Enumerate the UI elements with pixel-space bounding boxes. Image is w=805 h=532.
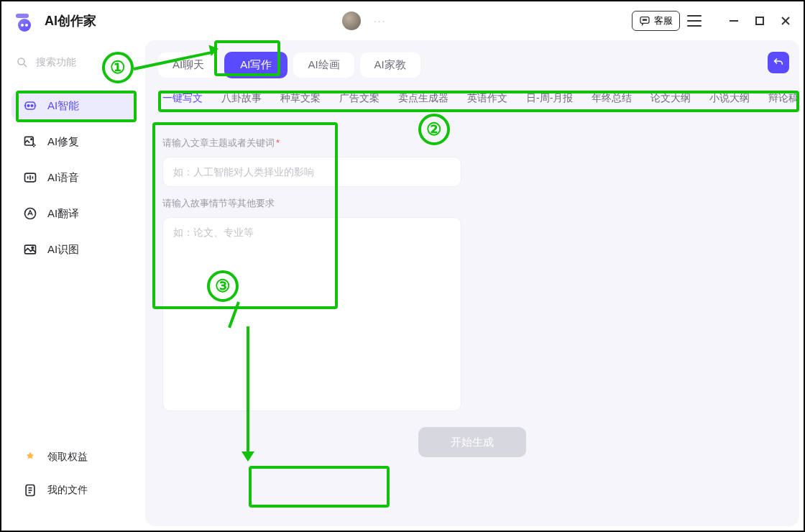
tab-label: AI聊天 (172, 58, 204, 70)
tab-ai-chat[interactable]: AI聊天 (158, 52, 218, 78)
robot-icon (23, 98, 37, 113)
sidebar-item-label: AI智能 (47, 99, 79, 113)
translate-icon (23, 206, 37, 221)
subtabs: 一键写文 八卦故事 种草文案 广告文案 卖点生成器 英语作文 日-周-月报 年终… (145, 82, 799, 112)
svg-line-13 (24, 64, 27, 67)
svg-point-12 (18, 58, 24, 65)
main-panel: AI聊天 AI写作 AI绘画 AI家教 一键写文 八卦故事 种草文案 广告文案 … (145, 40, 799, 526)
sidebar-item-ai-repair[interactable]: AI修复 (12, 127, 135, 157)
subtab-ads[interactable]: 广告文案 (339, 92, 380, 112)
subtab-seeding[interactable]: 种草文案 (280, 92, 321, 112)
image-icon (23, 242, 37, 257)
customer-service-label: 客服 (654, 14, 673, 27)
header-more-icon[interactable]: ··· (374, 15, 387, 27)
subtab-debate[interactable]: 辩论稿 (768, 92, 799, 112)
sidebar-item-ai-imagerec[interactable]: AI识图 (12, 234, 135, 265)
svg-point-18 (31, 139, 32, 140)
undo-button[interactable] (768, 52, 789, 73)
app-logo (14, 9, 37, 32)
form-area: 请输入文章主题或者关键词* 请输入故事情节等其他要求 开始生成 (145, 112, 799, 457)
sidebar-myfiles-label: 我的文件 (47, 484, 88, 497)
search-placeholder: 搜索功能 (36, 56, 76, 69)
undo-icon (773, 57, 784, 68)
titlebar: AI创作家 ··· 客服 (1, 1, 804, 40)
svg-point-16 (31, 105, 33, 107)
medal-icon (23, 450, 37, 464)
svg-point-7 (645, 19, 646, 20)
sidebar-myfiles[interactable]: 我的文件 (12, 479, 135, 502)
generate-button-label: 开始生成 (451, 436, 494, 448)
window-maximize-button[interactable] (755, 16, 765, 26)
requirements-textarea[interactable] (162, 217, 461, 411)
svg-point-1 (18, 19, 31, 32)
sidebar-benefits-label: 领取权益 (47, 451, 88, 464)
svg-point-5 (643, 19, 643, 20)
topic-label: 请输入文章主题或者关键词* (162, 137, 782, 150)
sidebar-item-ai-translate[interactable]: AI翻译 (12, 198, 135, 229)
svg-point-15 (27, 105, 29, 107)
topic-input[interactable] (162, 157, 461, 187)
subtab-yearend[interactable]: 年终总结 (592, 92, 632, 112)
customer-service-button[interactable]: 客服 (632, 11, 680, 31)
svg-rect-9 (756, 17, 763, 24)
svg-point-3 (25, 24, 28, 27)
generate-button[interactable]: 开始生成 (418, 427, 526, 457)
requirements-label: 请输入故事情节等其他要求 (162, 197, 782, 210)
avatar[interactable] (342, 12, 361, 30)
subtab-quickwrite[interactable]: 一键写文 (162, 92, 203, 112)
svg-point-2 (21, 24, 24, 27)
hamburger-menu-icon[interactable] (687, 15, 702, 27)
sidebar-item-ai-smart[interactable]: AI智能 (12, 91, 135, 121)
subtab-gossip[interactable]: 八卦故事 (221, 92, 262, 112)
sidebar: 搜索功能 AI智能 AI修复 AI语音 AI翻译 AI识图 领取权益 (1, 40, 145, 531)
sidebar-item-label: AI识图 (47, 243, 79, 257)
tab-ai-write[interactable]: AI写作 (224, 52, 288, 78)
svg-rect-14 (25, 102, 34, 109)
svg-point-25 (32, 247, 34, 249)
subtab-thesis[interactable]: 论文大纲 (650, 92, 691, 112)
search-icon (16, 56, 29, 69)
tab-label: AI写作 (240, 58, 272, 70)
window-minimize-button[interactable] (729, 16, 739, 26)
tabbar: AI聊天 AI写作 AI绘画 AI家教 (145, 47, 799, 82)
subtab-report[interactable]: 日-周-月报 (526, 92, 573, 112)
subtab-novel[interactable]: 小说大纲 (709, 92, 750, 112)
sidebar-benefits[interactable]: 领取权益 (12, 446, 135, 469)
tab-ai-draw[interactable]: AI绘画 (293, 52, 354, 78)
tab-ai-tutor[interactable]: AI家教 (360, 52, 420, 78)
svg-point-6 (644, 19, 645, 20)
sidebar-item-label: AI翻译 (47, 207, 79, 221)
svg-rect-0 (16, 14, 29, 18)
file-icon (23, 483, 37, 497)
subtab-sellingpoints[interactable]: 卖点生成器 (398, 92, 448, 112)
sidebar-item-label: AI修复 (47, 135, 79, 149)
sidebar-item-label: AI语音 (47, 171, 79, 185)
audio-bars-icon (23, 170, 37, 185)
tab-label: AI绘画 (308, 58, 339, 70)
image-sparkle-icon (23, 134, 37, 149)
sidebar-item-ai-audio[interactable]: AI语音 (12, 162, 135, 193)
chat-icon (639, 15, 650, 27)
subtab-english[interactable]: 英语作文 (467, 92, 507, 112)
app-title: AI创作家 (45, 12, 96, 29)
tab-label: AI家教 (374, 58, 406, 70)
search-row[interactable]: 搜索功能 (12, 53, 135, 72)
window-close-button[interactable] (781, 16, 791, 26)
required-asterisk: * (276, 137, 280, 148)
